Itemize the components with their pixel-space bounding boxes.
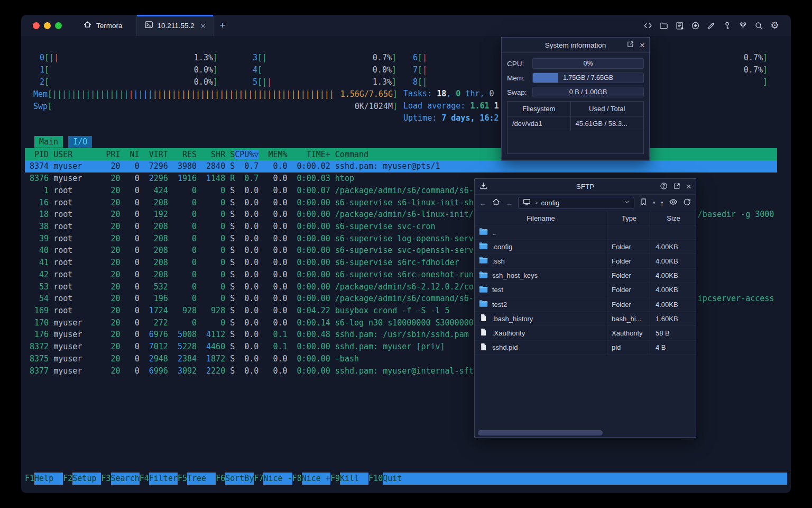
cell-user: root: [53, 198, 101, 207]
file-row[interactable]: testFolder4.00KB: [475, 283, 696, 297]
cell: 4460: [197, 342, 225, 351]
size-column-header[interactable]: Size: [651, 211, 696, 225]
column-header-time[interactable]: TIME+: [288, 150, 330, 159]
meter-bar: |: [262, 77, 267, 87]
filename-column-header[interactable]: Filename: [475, 211, 607, 225]
bookmark-dropdown-icon[interactable]: ▾: [653, 200, 656, 205]
meter-bar: |: [119, 89, 124, 99]
refresh-icon[interactable]: [682, 197, 691, 208]
forward-icon[interactable]: →: [505, 198, 513, 207]
cell: 928: [168, 306, 197, 315]
htop-tab-main[interactable]: Main: [34, 136, 63, 148]
process-row[interactable]: 8374myuser200729639802840S0.70.00:00.02s…: [25, 160, 777, 173]
cell-lo: 0: [220, 210, 225, 219]
file-row[interactable]: test2Folder4.00KB: [475, 297, 696, 312]
show-hidden-icon[interactable]: [669, 197, 678, 208]
chevron-down-icon[interactable]: [623, 198, 630, 207]
close-icon[interactable]: ×: [686, 182, 691, 191]
file-row[interactable]: ssh_host_keysFolder4.00KB: [475, 269, 696, 283]
column-header-mem[interactable]: MEM%: [259, 150, 287, 159]
fkey-action-tree[interactable]: Tree: [187, 473, 216, 485]
column-header-cpu[interactable]: CPU%▽: [235, 150, 259, 159]
type-column-header[interactable]: Type: [607, 211, 651, 225]
meter-bar: |: [282, 89, 287, 99]
text-segment: 18: [437, 89, 446, 98]
filesystem-row[interactable]: /dev/vda145.61GB / 58.3...: [508, 116, 643, 131]
cell-pid: 18: [25, 210, 49, 219]
file-row[interactable]: .bash_historybash_hi...1.60KB: [475, 312, 696, 326]
horizontal-scrollbar[interactable]: [478, 430, 603, 436]
meter-close-bracket: ]: [213, 77, 218, 87]
folder-icon: [479, 285, 488, 295]
cell-mem: 0.0: [259, 270, 287, 279]
cell-pri: 20: [101, 234, 120, 243]
file-row[interactable]: sshd.pidpid4 B: [475, 341, 696, 355]
fkey-action-filter[interactable]: Filter: [149, 473, 178, 485]
filesystem-table-header: Filesystem Used / Total: [508, 102, 643, 116]
cell-ni: 0: [121, 198, 140, 207]
open-in-window-icon[interactable]: [673, 182, 681, 192]
home-icon[interactable]: [492, 197, 501, 208]
cell-user: root: [53, 270, 101, 279]
cell: 196: [140, 294, 168, 303]
cell-lo: 0: [220, 246, 225, 255]
cell-hi: 1: [206, 174, 211, 183]
fkey-action-nice[interactable]: Nice +: [302, 473, 330, 485]
column-header-virt[interactable]: VIRT: [140, 150, 168, 159]
cell-ni: 0: [121, 282, 140, 292]
path-breadcrumb[interactable]: > config: [518, 197, 634, 209]
back-icon[interactable]: ←: [479, 198, 487, 207]
fkey-action-help[interactable]: Help: [34, 473, 63, 485]
bookmark-icon[interactable]: [639, 197, 648, 208]
sftp-table-header[interactable]: Filename Type Size: [475, 211, 696, 225]
fkey-action-quit[interactable]: Quit: [383, 473, 787, 485]
column-header-pri[interactable]: PRI: [101, 150, 120, 159]
cell-lo: 532: [154, 282, 168, 292]
fkey-action-search[interactable]: Search: [111, 473, 140, 485]
cell-pri: 20: [101, 198, 120, 207]
cell-pid: 8374: [25, 161, 49, 171]
cell-mem: 0.0: [259, 354, 287, 364]
process-table-header[interactable]: PIDUSERPRINIVIRTRESSHRSCPU%▽MEM%TIME+Com…: [25, 148, 777, 160]
column-header-ni[interactable]: NI: [121, 150, 140, 159]
cell-lo: 208: [154, 246, 168, 255]
column-header-res[interactable]: RES: [168, 150, 197, 159]
cell-pid: 54: [25, 294, 49, 303]
download-icon[interactable]: [479, 182, 488, 192]
fkey-action-setup[interactable]: Setup: [72, 473, 101, 485]
cpu-number: 4: [253, 65, 257, 75]
cell-state: S: [225, 354, 235, 364]
meter-bar: |: [86, 89, 90, 99]
text-segment: 0: [490, 89, 494, 98]
cell-pid: 8375: [25, 354, 49, 364]
column-header-shr[interactable]: SHR: [197, 150, 225, 159]
file-row[interactable]: .XauthorityXauthority58 B: [475, 326, 696, 340]
fkey-action-nice[interactable]: Nice -: [263, 473, 292, 485]
fkey-action-sortby[interactable]: SortBy: [225, 473, 254, 485]
cell-user: root: [53, 282, 101, 292]
cell-lo: 872: [211, 354, 225, 364]
cell-ni: 0: [121, 210, 140, 219]
file-row[interactable]: ..: [475, 225, 696, 240]
up-directory-icon[interactable]: ↑: [660, 198, 665, 207]
text-segment: 1: [494, 101, 499, 111]
meter-bar: |: [238, 89, 243, 99]
open-in-window-icon[interactable]: [626, 40, 634, 50]
meter-bar: |: [310, 89, 315, 99]
meter-bar: |: [422, 53, 427, 62]
column-header-pid[interactable]: PID: [25, 150, 49, 159]
help-icon[interactable]: [660, 182, 668, 192]
cell-lo: 0: [192, 198, 197, 207]
htop-tab-io[interactable]: I/O: [68, 136, 92, 148]
cell-time: 0:00.48: [288, 330, 330, 339]
file-row[interactable]: .sshFolder4.00KB: [475, 254, 696, 268]
cell: 192: [140, 210, 168, 219]
column-header-user[interactable]: USER: [53, 150, 101, 159]
column-header-s[interactable]: S: [225, 150, 235, 159]
cell: 208: [140, 222, 168, 231]
file-row[interactable]: .configFolder4.00KB: [475, 240, 696, 254]
cell-lo: 916: [182, 174, 197, 183]
close-icon[interactable]: ×: [640, 41, 645, 50]
file-type: Folder: [607, 283, 651, 297]
fkey-action-kill[interactable]: Kill: [340, 473, 368, 485]
